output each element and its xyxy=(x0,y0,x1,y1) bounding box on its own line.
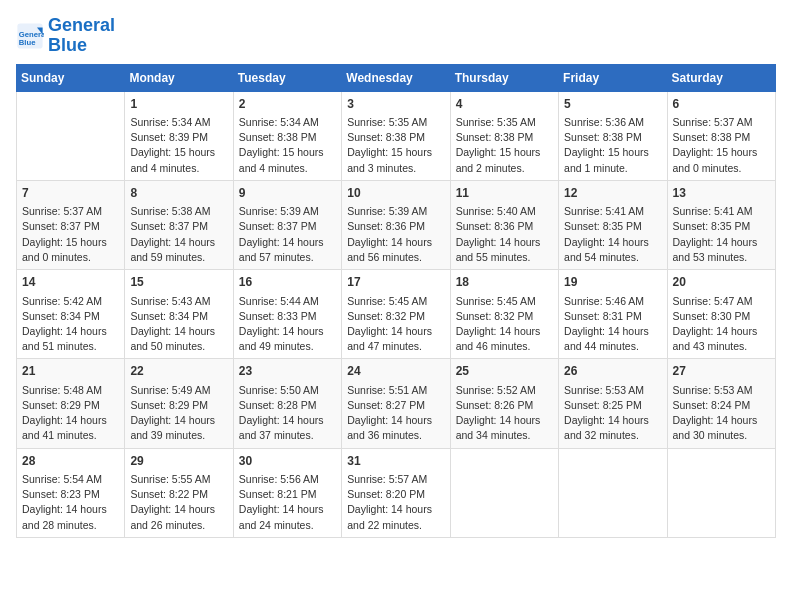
day-number: 23 xyxy=(239,363,336,380)
day-number: 4 xyxy=(456,96,553,113)
cell-content: Sunrise: 5:37 AM Sunset: 8:37 PM Dayligh… xyxy=(22,204,119,265)
calendar-cell: 17Sunrise: 5:45 AM Sunset: 8:32 PM Dayli… xyxy=(342,270,450,359)
calendar-cell: 10Sunrise: 5:39 AM Sunset: 8:36 PM Dayli… xyxy=(342,180,450,269)
calendar-cell: 21Sunrise: 5:48 AM Sunset: 8:29 PM Dayli… xyxy=(17,359,125,448)
cell-content: Sunrise: 5:39 AM Sunset: 8:36 PM Dayligh… xyxy=(347,204,444,265)
cell-content: Sunrise: 5:40 AM Sunset: 8:36 PM Dayligh… xyxy=(456,204,553,265)
calendar-week-row: 28Sunrise: 5:54 AM Sunset: 8:23 PM Dayli… xyxy=(17,448,776,537)
calendar-cell xyxy=(17,91,125,180)
calendar-cell: 24Sunrise: 5:51 AM Sunset: 8:27 PM Dayli… xyxy=(342,359,450,448)
day-number: 25 xyxy=(456,363,553,380)
calendar-cell: 16Sunrise: 5:44 AM Sunset: 8:33 PM Dayli… xyxy=(233,270,341,359)
calendar-cell: 15Sunrise: 5:43 AM Sunset: 8:34 PM Dayli… xyxy=(125,270,233,359)
cell-content: Sunrise: 5:52 AM Sunset: 8:26 PM Dayligh… xyxy=(456,383,553,444)
day-number: 6 xyxy=(673,96,770,113)
day-number: 30 xyxy=(239,453,336,470)
calendar-table: SundayMondayTuesdayWednesdayThursdayFrid… xyxy=(16,64,776,538)
cell-content: Sunrise: 5:41 AM Sunset: 8:35 PM Dayligh… xyxy=(564,204,661,265)
day-number: 26 xyxy=(564,363,661,380)
cell-content: Sunrise: 5:46 AM Sunset: 8:31 PM Dayligh… xyxy=(564,294,661,355)
calendar-cell: 28Sunrise: 5:54 AM Sunset: 8:23 PM Dayli… xyxy=(17,448,125,537)
day-number: 20 xyxy=(673,274,770,291)
calendar-cell: 6Sunrise: 5:37 AM Sunset: 8:38 PM Daylig… xyxy=(667,91,775,180)
day-number: 19 xyxy=(564,274,661,291)
cell-content: Sunrise: 5:47 AM Sunset: 8:30 PM Dayligh… xyxy=(673,294,770,355)
cell-content: Sunrise: 5:38 AM Sunset: 8:37 PM Dayligh… xyxy=(130,204,227,265)
cell-content: Sunrise: 5:53 AM Sunset: 8:24 PM Dayligh… xyxy=(673,383,770,444)
calendar-week-row: 14Sunrise: 5:42 AM Sunset: 8:34 PM Dayli… xyxy=(17,270,776,359)
day-number: 14 xyxy=(22,274,119,291)
calendar-cell: 26Sunrise: 5:53 AM Sunset: 8:25 PM Dayli… xyxy=(559,359,667,448)
calendar-cell: 9Sunrise: 5:39 AM Sunset: 8:37 PM Daylig… xyxy=(233,180,341,269)
calendar-week-row: 1Sunrise: 5:34 AM Sunset: 8:39 PM Daylig… xyxy=(17,91,776,180)
cell-content: Sunrise: 5:55 AM Sunset: 8:22 PM Dayligh… xyxy=(130,472,227,533)
header-cell-tuesday: Tuesday xyxy=(233,64,341,91)
calendar-cell xyxy=(667,448,775,537)
calendar-cell: 7Sunrise: 5:37 AM Sunset: 8:37 PM Daylig… xyxy=(17,180,125,269)
day-number: 28 xyxy=(22,453,119,470)
logo: General Blue GeneralBlue xyxy=(16,16,115,56)
logo-text: GeneralBlue xyxy=(48,16,115,56)
cell-content: Sunrise: 5:34 AM Sunset: 8:38 PM Dayligh… xyxy=(239,115,336,176)
calendar-cell: 29Sunrise: 5:55 AM Sunset: 8:22 PM Dayli… xyxy=(125,448,233,537)
header-cell-thursday: Thursday xyxy=(450,64,558,91)
header-cell-saturday: Saturday xyxy=(667,64,775,91)
cell-content: Sunrise: 5:57 AM Sunset: 8:20 PM Dayligh… xyxy=(347,472,444,533)
day-number: 18 xyxy=(456,274,553,291)
cell-content: Sunrise: 5:45 AM Sunset: 8:32 PM Dayligh… xyxy=(456,294,553,355)
cell-content: Sunrise: 5:49 AM Sunset: 8:29 PM Dayligh… xyxy=(130,383,227,444)
day-number: 16 xyxy=(239,274,336,291)
day-number: 21 xyxy=(22,363,119,380)
header-cell-monday: Monday xyxy=(125,64,233,91)
cell-content: Sunrise: 5:54 AM Sunset: 8:23 PM Dayligh… xyxy=(22,472,119,533)
day-number: 31 xyxy=(347,453,444,470)
calendar-header-row: SundayMondayTuesdayWednesdayThursdayFrid… xyxy=(17,64,776,91)
cell-content: Sunrise: 5:37 AM Sunset: 8:38 PM Dayligh… xyxy=(673,115,770,176)
cell-content: Sunrise: 5:35 AM Sunset: 8:38 PM Dayligh… xyxy=(347,115,444,176)
header-cell-wednesday: Wednesday xyxy=(342,64,450,91)
calendar-cell: 8Sunrise: 5:38 AM Sunset: 8:37 PM Daylig… xyxy=(125,180,233,269)
calendar-cell: 14Sunrise: 5:42 AM Sunset: 8:34 PM Dayli… xyxy=(17,270,125,359)
cell-content: Sunrise: 5:36 AM Sunset: 8:38 PM Dayligh… xyxy=(564,115,661,176)
calendar-cell: 3Sunrise: 5:35 AM Sunset: 8:38 PM Daylig… xyxy=(342,91,450,180)
day-number: 13 xyxy=(673,185,770,202)
calendar-cell: 1Sunrise: 5:34 AM Sunset: 8:39 PM Daylig… xyxy=(125,91,233,180)
calendar-cell: 23Sunrise: 5:50 AM Sunset: 8:28 PM Dayli… xyxy=(233,359,341,448)
calendar-cell: 4Sunrise: 5:35 AM Sunset: 8:38 PM Daylig… xyxy=(450,91,558,180)
cell-content: Sunrise: 5:53 AM Sunset: 8:25 PM Dayligh… xyxy=(564,383,661,444)
day-number: 24 xyxy=(347,363,444,380)
calendar-week-row: 21Sunrise: 5:48 AM Sunset: 8:29 PM Dayli… xyxy=(17,359,776,448)
day-number: 11 xyxy=(456,185,553,202)
day-number: 2 xyxy=(239,96,336,113)
header-cell-friday: Friday xyxy=(559,64,667,91)
calendar-cell: 12Sunrise: 5:41 AM Sunset: 8:35 PM Dayli… xyxy=(559,180,667,269)
calendar-cell: 25Sunrise: 5:52 AM Sunset: 8:26 PM Dayli… xyxy=(450,359,558,448)
day-number: 27 xyxy=(673,363,770,380)
cell-content: Sunrise: 5:34 AM Sunset: 8:39 PM Dayligh… xyxy=(130,115,227,176)
cell-content: Sunrise: 5:35 AM Sunset: 8:38 PM Dayligh… xyxy=(456,115,553,176)
header-cell-sunday: Sunday xyxy=(17,64,125,91)
day-number: 10 xyxy=(347,185,444,202)
day-number: 22 xyxy=(130,363,227,380)
calendar-cell xyxy=(450,448,558,537)
cell-content: Sunrise: 5:39 AM Sunset: 8:37 PM Dayligh… xyxy=(239,204,336,265)
day-number: 1 xyxy=(130,96,227,113)
day-number: 9 xyxy=(239,185,336,202)
cell-content: Sunrise: 5:44 AM Sunset: 8:33 PM Dayligh… xyxy=(239,294,336,355)
day-number: 3 xyxy=(347,96,444,113)
page-header: General Blue GeneralBlue xyxy=(16,16,776,56)
calendar-cell: 19Sunrise: 5:46 AM Sunset: 8:31 PM Dayli… xyxy=(559,270,667,359)
cell-content: Sunrise: 5:41 AM Sunset: 8:35 PM Dayligh… xyxy=(673,204,770,265)
calendar-cell: 31Sunrise: 5:57 AM Sunset: 8:20 PM Dayli… xyxy=(342,448,450,537)
cell-content: Sunrise: 5:48 AM Sunset: 8:29 PM Dayligh… xyxy=(22,383,119,444)
day-number: 29 xyxy=(130,453,227,470)
cell-content: Sunrise: 5:45 AM Sunset: 8:32 PM Dayligh… xyxy=(347,294,444,355)
day-number: 12 xyxy=(564,185,661,202)
cell-content: Sunrise: 5:51 AM Sunset: 8:27 PM Dayligh… xyxy=(347,383,444,444)
calendar-cell: 2Sunrise: 5:34 AM Sunset: 8:38 PM Daylig… xyxy=(233,91,341,180)
svg-text:Blue: Blue xyxy=(19,38,36,47)
day-number: 17 xyxy=(347,274,444,291)
calendar-cell: 5Sunrise: 5:36 AM Sunset: 8:38 PM Daylig… xyxy=(559,91,667,180)
logo-icon: General Blue xyxy=(16,22,44,50)
cell-content: Sunrise: 5:50 AM Sunset: 8:28 PM Dayligh… xyxy=(239,383,336,444)
